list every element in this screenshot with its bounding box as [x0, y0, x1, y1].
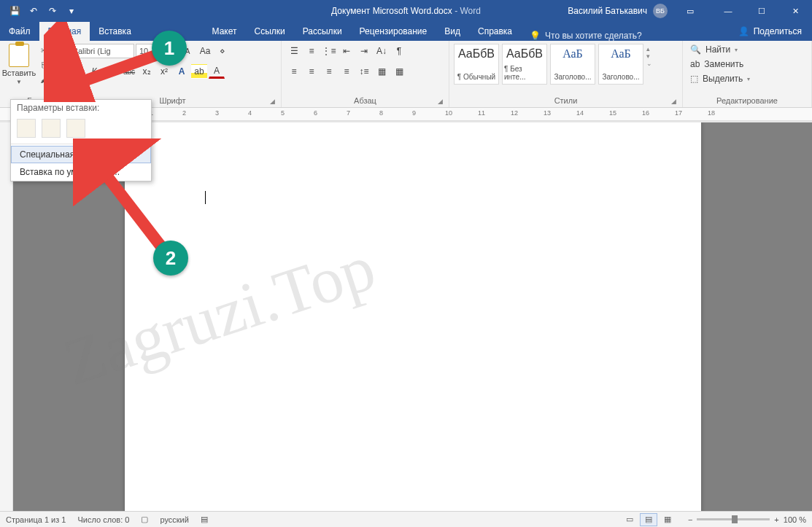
select-button[interactable]: ⬚Выделить▾	[687, 73, 753, 85]
close-button[interactable]: ✕	[778, 0, 812, 22]
style-heading2[interactable]: АаБ Заголово...	[598, 44, 643, 85]
bullets-button[interactable]: ☰	[286, 44, 302, 58]
clipboard-icon	[9, 44, 29, 67]
tab-layout[interactable]: Макет	[204, 22, 246, 41]
chevron-down-icon[interactable]: ▾	[646, 52, 657, 60]
styles-expand-icon[interactable]: ⌄	[646, 60, 657, 67]
paste-special-menuitem[interactable]: Специальная вставка...	[11, 146, 151, 163]
tab-home[interactable]: Главная	[39, 22, 90, 41]
underline-button[interactable]: Ч	[104, 64, 120, 79]
style-normal[interactable]: АаБбВ ¶ Обычный	[454, 44, 499, 85]
tell-me-search[interactable]: 💡 Что вы хотите сделать?	[521, 31, 651, 41]
subscript-button[interactable]: x₂	[139, 64, 155, 79]
zoom-out-button[interactable]: −	[688, 515, 692, 524]
line-spacing-button[interactable]: ↕≡	[356, 64, 372, 79]
copy-icon[interactable]: ⎘	[36, 58, 51, 71]
paste-merge-formatting-icon[interactable]	[42, 119, 61, 138]
view-buttons: ▭ ▤ ▦	[621, 513, 676, 526]
justify-button[interactable]: ≡	[339, 64, 355, 79]
text-cursor	[205, 191, 206, 204]
redo-icon[interactable]: ↷	[44, 3, 61, 19]
app-name: Word	[460, 6, 480, 16]
group-styles: АаБбВ ¶ Обычный АаБбВ ¶ Без инте... АаБ …	[449, 41, 683, 107]
paste-default-menuitem[interactable]: Вставка по умолчанию...	[11, 163, 151, 181]
zoom-control[interactable]: − + 100 %	[688, 515, 806, 524]
qat-customize-icon[interactable]: ▾	[63, 3, 80, 19]
tab-review[interactable]: Рецензирование	[351, 22, 436, 41]
group-paragraph-label: Абзац	[354, 96, 376, 105]
numbering-button[interactable]: ≡	[303, 44, 320, 58]
multilevel-list-button[interactable]: ⋮≡	[321, 44, 337, 58]
document-page[interactable]	[125, 122, 701, 511]
macro-icon[interactable]: ▤	[201, 515, 208, 524]
zoom-level[interactable]: 100 %	[784, 515, 806, 524]
web-layout-button[interactable]: ▦	[659, 513, 676, 526]
show-marks-button[interactable]: ¶	[391, 44, 407, 58]
bold-button[interactable]: Ж	[69, 64, 85, 79]
user-name[interactable]: Василий Батькавич	[568, 6, 647, 16]
document-name: Документ Microsoft Word.docx	[331, 6, 452, 16]
chevron-up-icon[interactable]: ▴	[646, 45, 657, 52]
replace-button[interactable]: abЗаменить	[687, 58, 753, 70]
style-heading1[interactable]: АаБ Заголово...	[550, 44, 595, 85]
paragraph-dialog-launcher-icon[interactable]: ◢	[438, 98, 443, 105]
ribbon-display-options-icon[interactable]: ▭	[673, 0, 707, 22]
tab-insert[interactable]: Вставка	[90, 22, 140, 41]
share-icon: 👤	[738, 26, 749, 36]
tab-mailings[interactable]: Рассылки	[294, 22, 351, 41]
status-language[interactable]: русский	[160, 515, 188, 524]
zoom-in-button[interactable]: +	[774, 515, 778, 524]
zoom-slider[interactable]	[697, 518, 770, 520]
paste-button[interactable]: Вставить ▼	[4, 44, 34, 85]
tab-file[interactable]: Файл	[0, 22, 39, 41]
share-button[interactable]: 👤 Поделиться	[728, 22, 812, 41]
paste-label: Вставить	[2, 69, 36, 77]
minimize-button[interactable]: —	[711, 0, 745, 22]
cut-icon[interactable]: ✂	[36, 44, 51, 57]
undo-icon[interactable]: ↶	[25, 3, 42, 19]
format-painter-icon[interactable]: 🖌	[36, 73, 51, 86]
decrease-indent-button[interactable]: ⇤	[339, 44, 355, 58]
align-left-button[interactable]: ≡	[286, 64, 302, 79]
font-dialog-launcher-icon[interactable]: ◢	[270, 98, 275, 105]
text-effects-button[interactable]: A	[174, 64, 190, 79]
paste-text-only-icon[interactable]	[66, 119, 85, 138]
tab-help[interactable]: Справка	[469, 22, 521, 41]
superscript-button[interactable]: x²	[156, 64, 172, 79]
borders-button[interactable]: ▦	[391, 64, 407, 79]
strike-button[interactable]: abc	[121, 64, 137, 79]
spellcheck-icon[interactable]: ▢	[141, 515, 148, 524]
window-controls: — ☐ ✕	[711, 0, 812, 22]
highlight-button[interactable]: ab	[191, 64, 207, 79]
save-icon[interactable]: 💾	[6, 3, 23, 19]
tab-view[interactable]: Вид	[436, 22, 469, 41]
paste-keep-source-icon[interactable]	[17, 119, 36, 138]
shading-button[interactable]: ▦	[374, 64, 390, 79]
read-mode-button[interactable]: ▭	[621, 513, 638, 526]
status-words[interactable]: Число слов: 0	[77, 515, 129, 524]
clear-formatting-button[interactable]: ⋄	[214, 44, 231, 58]
status-page[interactable]: Страница 1 из 1	[6, 515, 66, 524]
group-font-label: Шрифт	[159, 96, 185, 105]
share-label: Поделиться	[754, 26, 802, 36]
align-right-button[interactable]: ≡	[321, 64, 337, 79]
print-layout-button[interactable]: ▤	[640, 513, 657, 526]
group-paragraph: ☰ ≡ ⋮≡ ⇤ ⇥ A↓ ¶ ≡ ≡ ≡ ≡ ↕≡ ▦ ▦ Абзац◢	[282, 41, 449, 107]
group-styles-label: Стили	[554, 96, 578, 105]
align-center-button[interactable]: ≡	[303, 64, 320, 79]
change-case-button[interactable]: Aa	[197, 44, 213, 58]
style-nospacing[interactable]: АаБбВ ¶ Без инте...	[502, 44, 547, 85]
maximize-button[interactable]: ☐	[745, 0, 778, 22]
italic-button[interactable]: К	[86, 64, 102, 79]
avatar[interactable]: ВБ	[653, 4, 668, 18]
find-button[interactable]: 🔍Найти▾	[687, 44, 753, 55]
sort-button[interactable]: A↓	[374, 44, 390, 58]
increase-indent-button[interactable]: ⇥	[356, 44, 372, 58]
font-name-combo[interactable]: Calibri (Lig	[69, 44, 134, 58]
tab-references[interactable]: Ссылки	[245, 22, 293, 41]
find-label: Найти	[705, 44, 730, 55]
styles-scroll[interactable]: ▴ ▾ ⌄	[646, 44, 657, 69]
user-area: Василий Батькавич ВБ ▭	[568, 0, 711, 22]
styles-dialog-launcher-icon[interactable]: ◢	[671, 98, 676, 105]
font-color-button[interactable]: A	[209, 64, 225, 79]
